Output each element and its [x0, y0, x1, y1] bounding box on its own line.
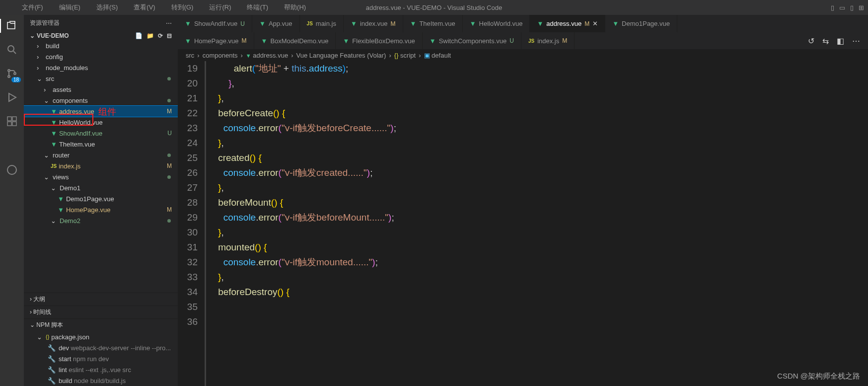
tree-item[interactable]: JS index.js M [24, 160, 178, 171]
scm-badge: 18 [11, 77, 21, 82]
collapse-icon[interactable]: ⊟ [167, 32, 172, 39]
breadcrumb-item[interactable]: ▼ address.vue [246, 52, 288, 59]
svg-point-1 [8, 70, 10, 72]
window-title: address.vue - VUE-DEMO - Visual Studio C… [366, 4, 502, 11]
history-icon[interactable]: ↺ [808, 36, 814, 46]
menu-item[interactable]: 转到(G) [171, 3, 194, 12]
editor-tab[interactable]: ▼ SwitchComponents.vue U [423, 32, 521, 49]
refresh-icon[interactable]: ⟳ [158, 32, 163, 39]
tree-item[interactable]: ⌄ src [24, 73, 178, 84]
editor-tab[interactable]: ▼ Demo1Page.vue [605, 15, 677, 32]
editor-tab[interactable]: JS main.js [300, 15, 344, 32]
watermark: CSDN @架构师全栈之路 [777, 372, 860, 381]
close-icon[interactable]: ✕ [592, 20, 598, 27]
editor-tab[interactable]: ▼ TheItem.vue [403, 15, 463, 32]
tree-item[interactable]: › assets [24, 84, 178, 95]
layout-icon[interactable]: ▭ [839, 4, 845, 11]
annotation-text: 组件 [98, 106, 116, 118]
npm-scripts-panel[interactable]: ⌄ NPM 脚本 [24, 318, 178, 331]
npm-script[interactable]: 🔧 dev webpack-dev-server --inline --pro.… [24, 342, 178, 353]
menu-item[interactable]: 查看(V) [134, 3, 155, 12]
editor-tab[interactable]: ▼ index.vue M [344, 15, 403, 32]
npm-script[interactable]: 🔧 start npm run dev [24, 353, 178, 364]
window-controls: ▯ ▭ ▯ ⊞ [831, 4, 864, 11]
code-editor[interactable]: 192021222324252627282930313233343536 ale… [178, 61, 868, 386]
editor-tab[interactable]: ▼ HelloWorld.vue [463, 15, 530, 32]
svg-point-2 [8, 76, 10, 77]
outline-panel[interactable]: › 大纲 [24, 293, 178, 306]
tree-item[interactable]: ⌄ Demo1 [24, 182, 178, 193]
tab-row-1: ▼ ShowAndIf.vue U ▼ App.vue JS main.js ▼… [178, 15, 868, 32]
tree-item[interactable]: ⌄ components [24, 95, 178, 106]
menu-item[interactable]: 选择(S) [96, 3, 118, 12]
tree-item[interactable]: ⌄ Demo2 [24, 215, 178, 226]
editor-tab[interactable]: ▼ App.vue [252, 15, 300, 32]
explorer-sidebar: 资源管理器 ⋯ ⌄ VUE-DEMO 📄 📁 ⟳ ⊟ › build › con… [24, 15, 178, 386]
more-icon[interactable]: ⋯ [852, 36, 860, 46]
timeline-panel[interactable]: › 时间线 [24, 306, 178, 318]
svg-point-0 [8, 46, 14, 52]
npm-script[interactable]: 🔧 lint eslint --ext .js,.vue src [24, 364, 178, 375]
file-tree: › build › config › node_modules ⌄ src › … [24, 40, 178, 293]
diff-icon[interactable]: ⇆ [822, 36, 829, 46]
new-file-icon[interactable]: 📄 [135, 32, 143, 39]
layout-icon[interactable]: ⊞ [859, 4, 864, 11]
tree-item[interactable]: ⌄ views [24, 171, 178, 182]
package-json[interactable]: ⌄{} package.json [24, 331, 178, 342]
svg-point-3 [14, 73, 16, 75]
extensions-icon[interactable] [5, 114, 19, 128]
editor-tab[interactable]: ▼ HomePage.vue M [178, 32, 254, 49]
search-icon[interactable] [5, 43, 19, 57]
breadcrumb-item[interactable]: Vue Language Features (Volar) [296, 52, 386, 59]
layout-icon[interactable]: ▯ [850, 4, 854, 11]
layout-icon[interactable]: ▯ [831, 4, 834, 11]
breadcrumb[interactable]: src›components›▼ address.vue›Vue Languag… [178, 50, 868, 61]
new-folder-icon[interactable]: 📁 [146, 32, 154, 39]
menu-item[interactable]: 文件(F) [22, 3, 43, 12]
svg-rect-7 [12, 117, 16, 121]
tree-item[interactable]: ▼ Demo1Page.vue [24, 193, 178, 204]
editor-tab[interactable]: JS index.js M [521, 32, 575, 49]
npm-script[interactable]: 🔧 build node build/build.js [24, 375, 178, 386]
breadcrumb-item[interactable]: {} script [394, 52, 416, 59]
code-content[interactable]: alert("地址" + this.address); }, }, before… [208, 61, 868, 386]
tree-item[interactable]: ▼ TheItem.vue [24, 139, 178, 150]
svg-rect-6 [12, 122, 16, 126]
editor-tab[interactable]: ▼ FlexibleBoxDemo.vue [336, 32, 422, 49]
menu-item[interactable]: 编辑(E) [59, 3, 80, 12]
source-control-icon[interactable]: 18 [5, 67, 19, 80]
tree-item[interactable]: ▼ HomePage.vue M [24, 204, 178, 215]
folder-root[interactable]: ⌄ VUE-DEMO 📄 📁 ⟳ ⊟ [24, 31, 178, 40]
tab-row-2: ▼ HomePage.vue M ▼ BoxModelDemo.vue ▼ Fl… [178, 32, 868, 50]
tree-item[interactable]: › config [24, 51, 178, 62]
svg-rect-5 [7, 122, 11, 126]
editor-area: ▼ ShowAndIf.vue U ▼ App.vue JS main.js ▼… [178, 15, 868, 386]
svg-rect-4 [7, 117, 11, 121]
sidebar-title: 资源管理器 [30, 19, 60, 27]
svg-point-8 [7, 165, 16, 174]
activity-bar: 18 [0, 15, 24, 386]
breadcrumb-item[interactable]: src [186, 52, 194, 59]
menu-item[interactable]: 运行(R) [209, 3, 231, 12]
explorer-icon[interactable] [5, 19, 19, 33]
menu-item[interactable]: 帮助(H) [284, 3, 306, 12]
tree-item[interactable]: ⌄ router [24, 150, 178, 160]
breadcrumb-item[interactable]: ▣ default [424, 52, 451, 59]
editor-tab[interactable]: ▼ ShowAndIf.vue U [178, 15, 252, 32]
more-icon[interactable]: ⋯ [166, 20, 172, 27]
editor-tab[interactable]: ▼ BoxModelDemo.vue [254, 32, 336, 49]
run-debug-icon[interactable] [5, 90, 19, 104]
tree-item[interactable]: ▼ ShowAndIf.vue U [24, 128, 178, 139]
menu-bar: 文件(F)编辑(E)选择(S)查看(V)转到(G)运行(R)终端(T)帮助(H)… [0, 0, 868, 15]
line-gutter: 192021222324252627282930313233343536 [178, 61, 208, 386]
compare-icon[interactable]: ◧ [837, 36, 844, 46]
remote-icon[interactable] [5, 163, 19, 177]
editor-tab[interactable]: ▼ address.vue M ✕ [530, 15, 605, 32]
breadcrumb-item[interactable]: components [203, 52, 238, 59]
tree-item[interactable]: › build [24, 40, 178, 51]
tree-item[interactable]: › node_modules [24, 62, 178, 73]
annotation-box [24, 114, 93, 126]
menu-item[interactable]: 终端(T) [247, 3, 268, 12]
